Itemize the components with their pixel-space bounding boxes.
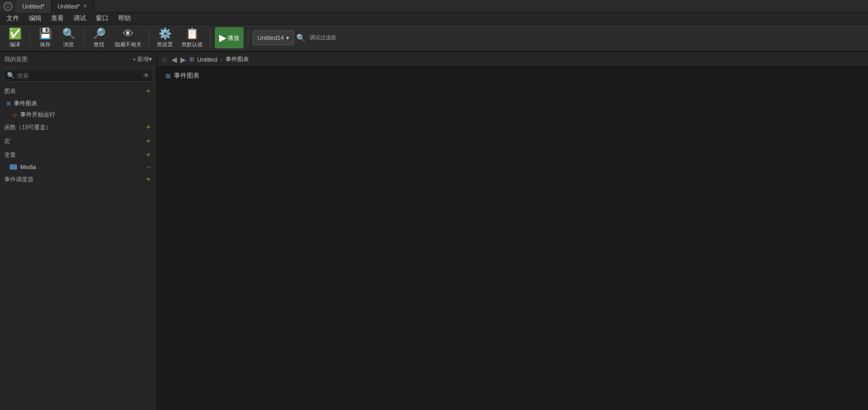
sidebar-macros-section: 宏 ＋ bbox=[0, 134, 156, 148]
close-icon[interactable]: ✕ bbox=[83, 3, 87, 9]
menu-view[interactable]: 查看 bbox=[47, 13, 68, 24]
sidebar-header: 我的蓝图 ＋新增▾ bbox=[0, 52, 156, 67]
svg-text:U: U bbox=[6, 4, 10, 9]
breadcrumb-sep-1: › bbox=[220, 56, 222, 63]
search-icon: 🔍 bbox=[7, 72, 15, 79]
canvas-breadcrumb: ☆ ◀ ▶ ⊞ Untitled › 事件图表 bbox=[157, 52, 868, 67]
media-var-label: Media bbox=[20, 164, 36, 170]
event-graph-label: 事件图表 bbox=[14, 99, 37, 107]
class-settings-icon: ⚙️ bbox=[158, 27, 172, 40]
toolbar-divider-4 bbox=[210, 28, 211, 47]
sidebar-media-var[interactable]: Media ↔ bbox=[0, 162, 156, 172]
macros-label: 宏 bbox=[4, 137, 10, 145]
menu-debug[interactable]: 调试 bbox=[69, 13, 90, 24]
menu-help[interactable]: 帮助 bbox=[114, 13, 135, 24]
tab-1[interactable]: Untitled* bbox=[16, 0, 52, 13]
section-grid-icon: ⊞ bbox=[165, 72, 171, 80]
sidebar-add-button[interactable]: ＋新增▾ bbox=[131, 55, 152, 63]
menu-window[interactable]: 窗口 bbox=[91, 13, 113, 24]
macros-add-button[interactable]: ＋ bbox=[145, 136, 152, 146]
variables-label: 变量 bbox=[4, 151, 16, 159]
browse-button[interactable]: 🔍 浏览 bbox=[58, 26, 79, 49]
canvas-wrapper: ⊞ 事件图表 bbox=[157, 67, 868, 410]
menu-edit[interactable]: 编辑 bbox=[24, 13, 46, 24]
debug-filter-label: 调试过滤器 bbox=[310, 34, 336, 41]
compile-icon: ✅ bbox=[9, 27, 22, 40]
main-layout: 我的蓝图 ＋新增▾ 🔍 👁 图表 ＋ ⊞ 事件图表 ◇ 事件开始运行 函数（19… bbox=[0, 52, 868, 410]
back-button[interactable]: ◀ bbox=[171, 55, 177, 64]
debug-target-dropdown[interactable]: Untitled14 ▾ bbox=[253, 30, 294, 45]
hide-icon: 👁 bbox=[123, 28, 133, 40]
class-defaults-icon: 📋 bbox=[186, 27, 199, 40]
sidebar-variables-section: 变量 ＋ bbox=[0, 148, 156, 162]
save-button[interactable]: 💾 保存 bbox=[35, 26, 56, 49]
save-icon: 💾 bbox=[39, 27, 52, 40]
toolbar-divider-5 bbox=[248, 28, 248, 47]
sidebar-event-dispatcher-section: 事件调度器 ＋ bbox=[0, 172, 156, 186]
class-defaults-button[interactable]: 📋 类默认值 bbox=[178, 26, 206, 49]
event-dispatcher-label: 事件调度器 bbox=[4, 175, 34, 183]
find-button[interactable]: 🔎 查找 bbox=[88, 26, 110, 49]
canvas-area: ☆ ◀ ▶ ⊞ Untitled › 事件图表 ⊞ 事件图表 bbox=[157, 52, 868, 410]
ue-logo: U bbox=[0, 0, 16, 13]
canvas-section-header: ⊞ 事件图表 bbox=[165, 71, 199, 80]
project-breadcrumb[interactable]: Untitled bbox=[197, 56, 217, 63]
sidebar-my-blueprint-label: 我的蓝图 bbox=[4, 55, 28, 63]
toolbar: ✅ 编译 💾 保存 🔍 浏览 🔎 查找 👁 隐藏不相关 ⚙️ 类设置 📋 类默认… bbox=[0, 24, 868, 52]
sidebar-search-bar: 🔍 👁 bbox=[3, 69, 153, 82]
variables-add-button[interactable]: ＋ bbox=[145, 150, 152, 160]
toolbar-divider-2 bbox=[84, 28, 84, 47]
find-icon: 🔎 bbox=[93, 27, 106, 40]
section-label: 事件图表 bbox=[174, 71, 199, 80]
compile-button[interactable]: ✅ 编译 bbox=[4, 26, 26, 49]
functions-add-button[interactable]: ＋ bbox=[145, 122, 152, 132]
expand-icon: ↔ bbox=[146, 163, 152, 171]
forward-button[interactable]: ▶ bbox=[180, 55, 186, 64]
sidebar-event-start[interactable]: ◇ 事件开始运行 bbox=[0, 109, 156, 120]
play-icon: ▶ bbox=[219, 32, 227, 44]
sidebar-graph-section: 图表 ＋ bbox=[0, 84, 156, 98]
functions-label: 函数（19可覆盖） bbox=[4, 123, 52, 131]
eye-icon[interactable]: 👁 bbox=[143, 72, 149, 79]
event-start-label: 事件开始运行 bbox=[20, 111, 55, 119]
graph-label: 图表 bbox=[4, 87, 16, 95]
graph-add-button[interactable]: ＋ bbox=[145, 86, 152, 96]
debug-search-icon[interactable]: 🔍 bbox=[296, 34, 305, 42]
sidebar-event-graph[interactable]: ⊞ 事件图表 bbox=[0, 98, 156, 109]
sidebar-functions-section: 函数（19可覆盖） ＋ bbox=[0, 120, 156, 134]
browse-icon: 🔍 bbox=[62, 27, 76, 40]
hide-button[interactable]: 👁 隐藏不相关 bbox=[112, 26, 145, 49]
title-bar: U Untitled* Untitled* ✕ bbox=[0, 0, 868, 13]
play-button[interactable]: ▶ 播放 bbox=[215, 27, 244, 48]
menu-file[interactable]: 文件 bbox=[2, 13, 23, 24]
media-var-icon bbox=[10, 164, 17, 170]
chevron-down-icon: ▾ bbox=[286, 35, 289, 41]
search-input[interactable] bbox=[17, 72, 141, 79]
toolbar-divider-1 bbox=[30, 28, 30, 47]
tab-2[interactable]: Untitled* ✕ bbox=[52, 0, 95, 13]
sidebar: 我的蓝图 ＋新增▾ 🔍 👁 图表 ＋ ⊞ 事件图表 ◇ 事件开始运行 函数（19… bbox=[0, 52, 157, 410]
event-dispatcher-add-button[interactable]: ＋ bbox=[145, 174, 152, 184]
star-button[interactable]: ☆ bbox=[161, 55, 168, 64]
graph-breadcrumb[interactable]: 事件图表 bbox=[226, 55, 249, 63]
menu-bar: 文件 编辑 查看 调试 窗口 帮助 bbox=[0, 13, 868, 24]
grid-icon: ⊞ bbox=[189, 56, 194, 63]
class-settings-button[interactable]: ⚙️ 类设置 bbox=[154, 26, 176, 49]
toolbar-divider-3 bbox=[149, 28, 149, 47]
